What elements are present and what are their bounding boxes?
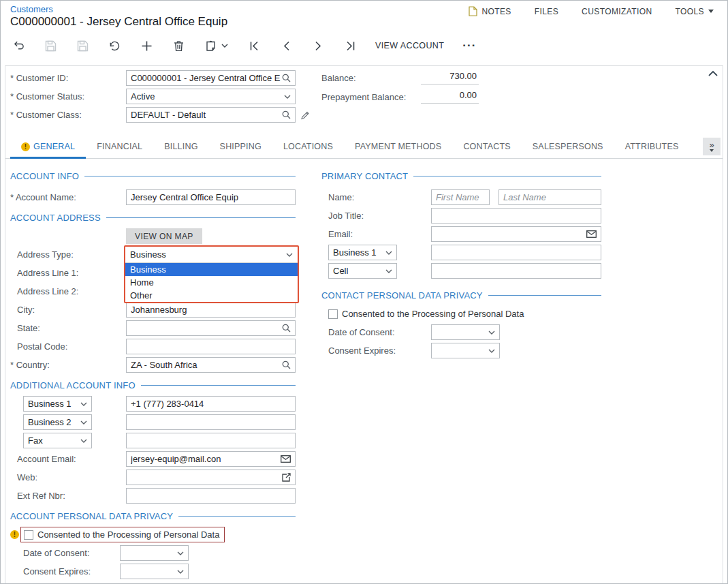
delete-record-button[interactable]	[172, 38, 185, 53]
phone2-type-dropdown-button[interactable]	[80, 420, 87, 425]
dropdown-option-home[interactable]: Home	[125, 276, 298, 289]
open-link-button[interactable]	[282, 473, 291, 482]
undo-button[interactable]	[108, 38, 121, 53]
account-email-field[interactable]	[126, 451, 296, 467]
copy-paste-button[interactable]	[204, 38, 217, 53]
tab-billing[interactable]: BILLING	[153, 135, 208, 158]
customer-status-select[interactable]: Active	[126, 89, 296, 104]
tab-locations[interactable]: LOCATIONS	[272, 135, 344, 158]
contact-email-input[interactable]	[436, 229, 586, 239]
account-email-input[interactable]	[131, 454, 281, 464]
state-lookup-button[interactable]	[282, 324, 291, 333]
fax-type-dropdown-button[interactable]	[80, 439, 87, 443]
previous-record-button[interactable]	[279, 38, 293, 53]
tab-salespersons[interactable]: SALESPERSONS	[522, 135, 614, 158]
contact-phone1-type-select[interactable]: Business 1	[328, 245, 397, 260]
state-field[interactable]	[126, 320, 296, 336]
copy-paste-menu-button[interactable]	[221, 38, 229, 53]
postal-code-field[interactable]	[126, 339, 296, 354]
view-account-button[interactable]: VIEW ACCOUNT	[375, 41, 444, 50]
tools-button[interactable]: TOOLS	[676, 7, 714, 16]
account-name-input[interactable]	[131, 192, 291, 202]
country-input[interactable]	[131, 360, 282, 370]
account-name-field[interactable]	[126, 189, 296, 205]
country-lookup-button[interactable]	[282, 360, 291, 369]
contact-phone1-field[interactable]	[431, 245, 601, 260]
notes-button[interactable]: NOTES	[469, 6, 511, 16]
fax-type-select[interactable]: Fax	[23, 433, 92, 448]
tab-general[interactable]: ! GENERAL	[10, 135, 86, 158]
breadcrumb-customers[interactable]: Customers	[10, 4, 53, 14]
fax-input[interactable]	[131, 435, 291, 446]
web-input[interactable]	[131, 472, 282, 482]
add-record-button[interactable]	[140, 38, 153, 53]
tab-overflow-button[interactable]: »	[703, 138, 721, 155]
customization-button[interactable]: CUSTOMIZATION	[582, 7, 652, 16]
last-name-input[interactable]	[503, 192, 597, 202]
city-field[interactable]	[126, 302, 296, 318]
last-record-button[interactable]	[343, 38, 357, 53]
tab-financial[interactable]: FINANCIAL	[86, 135, 153, 158]
first-name-input[interactable]	[436, 192, 485, 202]
date-dropdown-button[interactable]	[177, 570, 184, 574]
save-button[interactable]	[76, 38, 89, 53]
country-field[interactable]	[126, 357, 296, 373]
customer-id-field[interactable]	[126, 70, 296, 86]
phone2-type-select[interactable]: Business 2	[23, 414, 92, 430]
account-consent-checkbox[interactable]	[24, 530, 33, 540]
contact-consent-checkbox[interactable]	[328, 309, 338, 319]
customer-status-dropdown-button[interactable]	[284, 95, 291, 99]
files-button[interactable]: FILES	[535, 7, 558, 16]
last-name-field[interactable]	[498, 189, 601, 205]
phone1-type-dropdown-button[interactable]	[80, 402, 87, 406]
date-dropdown-button[interactable]	[488, 349, 495, 353]
tab-payment-methods[interactable]: PAYMENT METHODS	[344, 135, 452, 158]
contact-phone2-field[interactable]	[431, 263, 601, 279]
phone1-input[interactable]	[131, 399, 291, 409]
date-dropdown-button[interactable]	[177, 551, 184, 555]
fax-field[interactable]	[126, 433, 296, 448]
phone2-field[interactable]	[126, 414, 296, 430]
contact-phone2-type-dropdown-button[interactable]	[385, 269, 392, 273]
dropdown-option-business[interactable]: Business	[125, 263, 298, 276]
job-title-input[interactable]	[436, 211, 597, 221]
tab-contacts[interactable]: CONTACTS	[452, 135, 521, 158]
contact-phone2-input[interactable]	[436, 266, 597, 276]
dropdown-option-other[interactable]: Other	[125, 289, 298, 302]
job-title-field[interactable]	[431, 208, 601, 224]
edit-customer-class-button[interactable]	[300, 110, 310, 120]
phone1-field[interactable]	[126, 396, 296, 412]
customer-id-lookup-button[interactable]	[282, 74, 291, 82]
tab-attributes[interactable]: ATTRIBUTES	[614, 135, 690, 158]
tab-shipping[interactable]: SHIPPING	[209, 135, 272, 158]
address-type-select[interactable]: Business	[125, 247, 298, 263]
toolbar-more-button[interactable]: ···	[462, 42, 476, 49]
contact-phone2-type-select[interactable]: Cell	[328, 263, 397, 279]
customer-class-field[interactable]	[126, 107, 296, 123]
contact-phone1-type-dropdown-button[interactable]	[385, 251, 392, 255]
first-name-field[interactable]	[431, 189, 490, 205]
send-email-button[interactable]	[586, 230, 597, 238]
web-field[interactable]	[126, 470, 296, 485]
phone2-input[interactable]	[131, 417, 291, 427]
save-close-button[interactable]	[44, 38, 57, 53]
contact-email-field[interactable]	[431, 226, 601, 242]
ext-ref-input[interactable]	[131, 491, 291, 501]
collapse-summary-button[interactable]	[708, 68, 719, 78]
contact-consent-expires-select[interactable]	[431, 343, 500, 358]
send-email-button[interactable]	[281, 455, 291, 463]
city-input[interactable]	[131, 305, 291, 315]
customer-id-input[interactable]	[131, 73, 282, 83]
customer-class-lookup-button[interactable]	[282, 110, 291, 119]
customer-class-input[interactable]	[131, 110, 282, 120]
view-on-map-button[interactable]: VIEW ON MAP	[126, 228, 202, 244]
first-record-button[interactable]	[247, 38, 261, 53]
date-dropdown-button[interactable]	[488, 331, 495, 335]
state-input[interactable]	[131, 323, 282, 333]
postal-code-input[interactable]	[131, 341, 291, 352]
phone1-type-select[interactable]: Business 1	[23, 396, 92, 412]
account-consent-expires-select[interactable]	[120, 564, 189, 579]
address-type-dropdown-button[interactable]	[286, 253, 293, 257]
go-back-button[interactable]	[12, 38, 25, 53]
next-record-button[interactable]	[311, 38, 325, 53]
